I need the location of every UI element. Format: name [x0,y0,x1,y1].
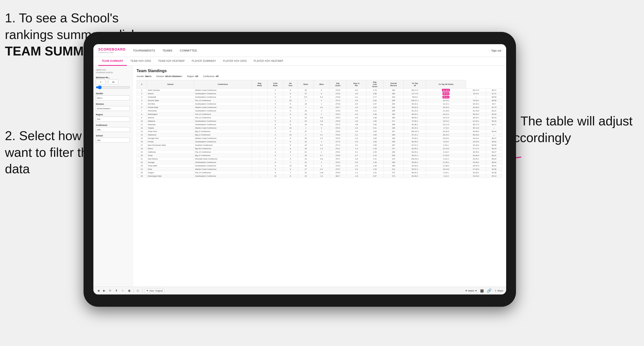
school-select[interactable]: (All) [96,138,130,143]
region-label: Region [96,113,130,116]
table-cell: 5 [137,102,147,106]
toolbar-clock[interactable]: ⏲ [136,289,140,293]
table-cell: Southeastern Conference [194,164,252,168]
table-cell: 8 [267,126,283,130]
table-cell: 87.21 [486,92,502,95]
table-cell: 100-27-1 [404,99,426,102]
table-cell: 4 [314,89,329,92]
sub-nav-team-h2h-grid[interactable]: TEAM H2H GRID [127,57,154,66]
col-adj-score: Adj.Score [329,80,346,89]
min-rank-slider-row [96,85,130,90]
table-cell: 88-17-0 [404,89,426,92]
watch-button[interactable]: 👁 Watch ▼ [465,290,477,292]
table-cell: 17 [137,144,147,147]
table-cell: Southeastern Conference [194,161,252,164]
table-cell: Florida [147,140,194,144]
logo-sub: Powered by clipp! [98,51,126,53]
toolbar-icon-1[interactable]: ▦ [480,288,484,293]
share-icon: ⇧ [494,290,496,292]
nav-bar: SCOREBOARD Powered by clipp! TOURNAMENTS… [93,44,506,57]
toolbar-share2[interactable]: ⬆ [114,289,118,293]
table-cell: 276.9 [329,133,346,137]
table-cell: Pac-12 Conference [194,171,252,174]
school-label: School [96,135,130,137]
table-cell: 3.6 [314,120,329,123]
table-cell: Georgia [147,161,194,164]
table-row: 24DukeAtlantic Coast Conference-59270.42… [137,168,502,171]
table-cell: 9 [283,147,298,151]
min-rank-from-input[interactable] [96,79,106,84]
table-cell: Illinois [147,147,194,151]
toolbar-icon-2[interactable]: 🔗 [487,288,492,293]
sign-out-button[interactable]: Sign out [492,49,501,52]
table-cell: 21 [298,171,314,174]
table-cell: 117-4-0 [404,92,426,95]
nav-tournaments[interactable]: TOURNAMENTS [133,48,155,53]
table-cell: 7 [283,161,298,164]
table-cell: 4 [314,99,329,102]
table-cell: - [252,133,267,137]
toolbar-add[interactable]: ＋ [120,288,125,293]
toolbar-back[interactable]: ◀ [96,289,100,293]
division-select[interactable]: NCAA Division I NCAA Division II NCAA Di… [96,106,130,111]
sub-nav-team-h2h-heatmap[interactable]: TEAM H2H HEATMAP [154,57,188,66]
table-cell: 262 [384,89,404,92]
sub-nav-player-h2h-heatmap[interactable]: PLAYER H2H HEATMAP [250,57,287,66]
filter-conference: Conference: All [203,75,218,78]
table-row: 11ArkansasSoutheastern Conference-68243.… [137,123,502,126]
view-original-button[interactable]: 👁 View: Original [144,289,164,293]
table-cell: 16 [137,140,147,144]
table-cell: 4-21-0 [426,174,466,178]
table-cell: 29-15-1 [466,102,486,106]
table-cell: 6 [267,123,283,126]
table-cell: 271 [384,147,404,151]
min-rank-slider[interactable] [96,85,130,89]
table-cell: 269 [384,133,404,137]
table-cell: 1 [298,99,314,102]
table-cell: 1.53 [366,151,383,154]
table-cell: 2 [267,116,283,120]
table-cell: 30 [298,164,314,168]
table-cell: 23-23-1 [426,137,466,140]
table-cell: 26 [137,174,147,178]
table-cell: 86.56 [486,144,502,147]
sub-nav-player-summary[interactable]: PLAYER SUMMARY [188,57,220,66]
nav-committee[interactable]: COMMITTEE [180,48,197,53]
table-cell: California [147,151,194,154]
table-cell: 9-10-1 [426,144,466,147]
table-cell: 276.3 [329,126,346,130]
table-cell: Southeastern Conference [194,174,252,178]
toolbar-refresh[interactable]: ↻ [108,289,112,293]
col-no-tour: NoTour [283,80,298,89]
region-select[interactable]: N/A East West [96,117,130,122]
sub-nav-team-summary[interactable]: TEAM SUMMARY [98,57,127,66]
toolbar-copy[interactable]: ▣ [127,289,132,293]
col-conf-rank: ConfRank [267,80,283,89]
gender-select[interactable]: Men's Women's All [96,95,130,100]
table-cell: 42-18-0 [426,89,466,92]
bottom-toolbar: ◀ ▶ ↻ ⬆ ＋ ▣ ⏲ 👁 View: Original 👁 Watch ▼… [93,287,506,295]
table-cell: 18 [298,102,314,106]
table-cell: -6.2 [346,89,366,92]
sub-nav-player-h2h-grid[interactable]: PLAYER H2H GRID [220,57,250,66]
table-cell: 63-17-0 [466,89,486,92]
table-cell: 39-20-1 [466,113,486,116]
table-cell: 276.3 [329,137,346,140]
watch-label: Watch [468,290,474,292]
min-rank-to-input[interactable] [108,79,118,84]
table-cell: 1.55 [366,144,383,147]
table-cell: - [252,174,267,178]
table-cell: 1.85 [366,130,383,133]
col-wins: Wins [314,80,329,89]
share-button[interactable]: ⇧ Share [494,290,503,292]
table-cell: 2.70 [366,89,383,92]
table-cell: 1.28 [366,147,383,151]
table-cell: Southern Conference [194,144,252,147]
table-cell: -6.0 [346,113,366,116]
table-cell: 1 [267,157,283,161]
toolbar-forward[interactable]: ▶ [102,289,106,293]
conference-select[interactable]: (All) [96,127,130,132]
table-cell: 9-14-0 [426,151,466,154]
nav-teams[interactable]: TEAMS [162,48,172,53]
table-cell: - [252,147,267,151]
